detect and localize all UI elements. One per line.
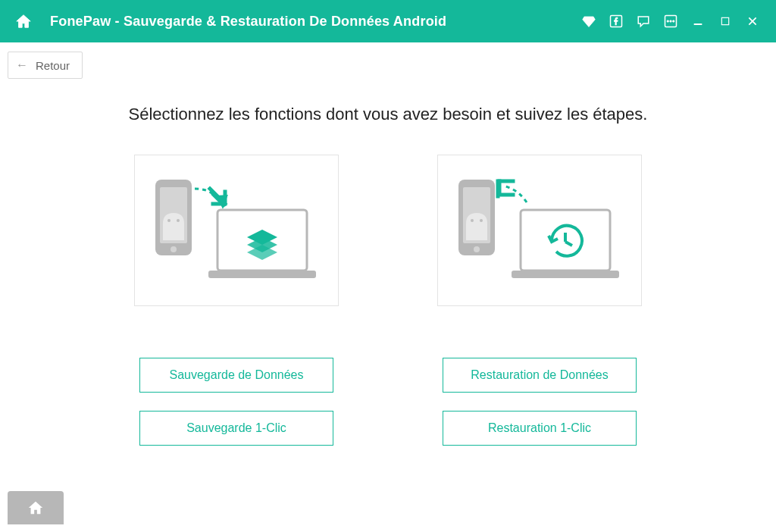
backup-data-button[interactable]: Sauvegarde de Données <box>139 358 333 393</box>
laptop-to-phone-icon <box>452 166 627 295</box>
svg-point-13 <box>177 219 180 222</box>
restore-data-label: Restauration de Données <box>471 368 608 382</box>
more-icon <box>664 14 677 28</box>
facebook-icon <box>609 14 623 28</box>
back-label: Retour <box>36 59 70 72</box>
svg-point-3 <box>670 20 671 22</box>
home-icon <box>27 499 44 516</box>
svg-point-11 <box>171 246 177 252</box>
close-icon <box>746 15 759 27</box>
menu-button[interactable] <box>661 11 681 31</box>
svg-rect-6 <box>721 17 728 24</box>
footer-home-button[interactable] <box>8 491 64 524</box>
svg-point-20 <box>480 219 483 222</box>
backup-oneclick-label: Sauvegarde 1-Clic <box>186 421 286 435</box>
minimize-icon <box>692 15 704 27</box>
restore-buttons: Restauration de Données Restauration 1-C… <box>443 358 637 446</box>
feedback-button[interactable] <box>634 11 653 31</box>
svg-point-2 <box>667 20 668 22</box>
minimize-button[interactable] <box>688 11 708 31</box>
columns: Sauvegarde de Données Sauvegarde 1-Clic <box>0 155 776 446</box>
backup-data-label: Sauvegarde de Données <box>169 368 303 382</box>
restore-illustration <box>437 155 642 306</box>
restore-column: Restauration de Données Restauration 1-C… <box>437 155 642 446</box>
close-button[interactable] <box>743 11 762 31</box>
restore-data-button[interactable]: Restauration de Données <box>443 358 637 393</box>
chat-icon <box>637 14 650 28</box>
arrow-left-icon: ← <box>16 58 28 72</box>
svg-rect-15 <box>208 271 316 278</box>
back-button[interactable]: ← Retour <box>8 52 83 79</box>
page-headline: Sélectionnez les fonctions dont vous ave… <box>0 105 776 124</box>
home-button[interactable] <box>14 11 33 31</box>
svg-line-24 <box>565 242 572 246</box>
restore-oneclick-label: Restauration 1-Clic <box>488 421 591 435</box>
app-title: FonePaw - Sauvegarde & Restauration De D… <box>50 14 446 30</box>
backup-column: Sauvegarde de Données Sauvegarde 1-Clic <box>134 155 339 446</box>
backup-illustration <box>134 155 339 306</box>
backup-oneclick-button[interactable]: Sauvegarde 1-Clic <box>139 411 333 446</box>
premium-button[interactable] <box>579 11 599 31</box>
svg-point-12 <box>167 219 171 222</box>
diamond-icon <box>582 14 596 28</box>
maximize-button[interactable] <box>715 11 735 31</box>
svg-rect-22 <box>512 271 619 278</box>
phone-to-laptop-icon <box>149 166 324 295</box>
svg-point-18 <box>474 246 480 252</box>
facebook-button[interactable] <box>606 11 626 31</box>
maximize-icon <box>720 16 731 27</box>
svg-point-19 <box>471 219 474 222</box>
back-row: ← Retour <box>0 42 776 83</box>
backup-buttons: Sauvegarde de Données Sauvegarde 1-Clic <box>139 358 333 446</box>
svg-point-4 <box>673 20 674 22</box>
home-icon <box>15 13 32 30</box>
restore-oneclick-button[interactable]: Restauration 1-Clic <box>443 411 637 446</box>
titlebar: FonePaw - Sauvegarde & Restauration De D… <box>0 0 776 42</box>
